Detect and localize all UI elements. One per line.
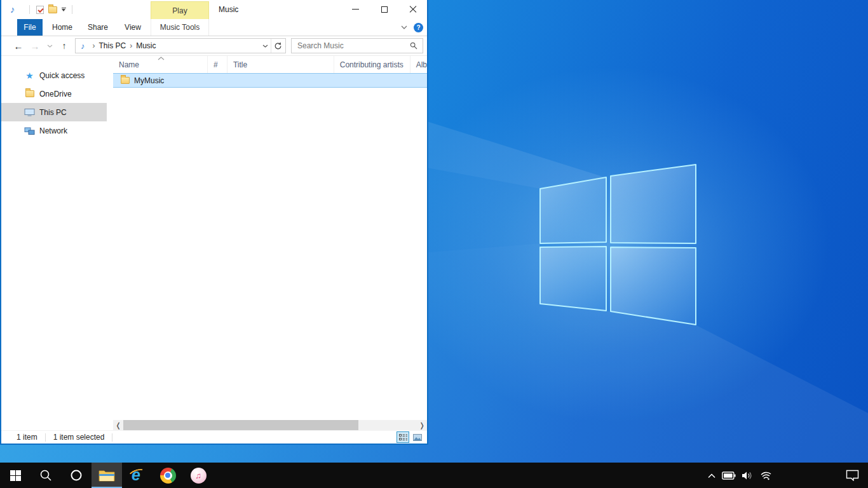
column-header-number[interactable]: #: [208, 56, 227, 73]
status-bar: 1 item 1 item selected: [1, 430, 427, 444]
wifi-icon[interactable]: [760, 470, 773, 480]
minimize-icon: [352, 9, 359, 10]
tab-home[interactable]: Home: [48, 19, 77, 36]
help-button[interactable]: ?: [414, 23, 423, 32]
window-main: ★ Quick access OneDrive This PC: [1, 56, 427, 430]
refresh-icon[interactable]: [274, 42, 282, 50]
tab-file[interactable]: File: [17, 19, 43, 36]
breadcrumb-chevron-icon: ›: [93, 41, 95, 50]
battery-icon[interactable]: [722, 471, 736, 480]
search-input[interactable]: [292, 41, 410, 50]
chevron-more-icon: [62, 8, 66, 11]
sidebar-item-quick-access[interactable]: ★ Quick access: [1, 66, 107, 85]
column-header-contributing-artists[interactable]: Contributing artists: [334, 56, 410, 73]
thumbnail-view-icon: [413, 434, 422, 441]
customize-qat-button[interactable]: [59, 3, 68, 16]
sidebar-item-this-pc[interactable]: This PC: [1, 103, 107, 121]
properties-button[interactable]: [34, 3, 46, 16]
contextual-tab-play[interactable]: Play: [151, 1, 209, 19]
breadcrumb-chevron-icon: ›: [130, 41, 132, 50]
windows-logo-icon: [10, 470, 21, 481]
chrome-icon: [160, 468, 176, 484]
taskbar-chrome-button[interactable]: [153, 463, 183, 488]
folder-icon: [24, 90, 35, 97]
separator: [29, 5, 30, 14]
tab-view[interactable]: View: [119, 19, 147, 36]
navigation-bar: ← → ↑ ♪ › This PC › Music: [1, 36, 427, 56]
recent-locations-button[interactable]: [43, 37, 56, 54]
start-button[interactable]: [0, 463, 31, 488]
caption-buttons: [341, 0, 427, 18]
minimize-button[interactable]: [341, 0, 370, 18]
monitor-icon: [24, 108, 35, 117]
new-folder-button[interactable]: [46, 3, 59, 16]
expand-ribbon-chevron-icon[interactable]: [401, 25, 407, 29]
music-note-icon: ♪: [81, 41, 85, 51]
column-header-name[interactable]: Name: [113, 56, 208, 73]
cortana-button[interactable]: [61, 463, 92, 488]
view-toggle-buttons: [397, 431, 424, 443]
maximize-icon: [381, 6, 388, 13]
details-view-icon: [399, 434, 407, 441]
taskbar-file-explorer-button[interactable]: [92, 463, 122, 488]
ribbon-tabs: File Home Share View Music Tools ?: [1, 19, 427, 36]
separator: [72, 5, 72, 14]
back-button[interactable]: ←: [10, 37, 27, 54]
scroll-left-arrow-icon[interactable]: ❬: [113, 420, 123, 430]
file-explorer-window: ♪ Play Music File Home Share View Music …: [0, 0, 428, 445]
quick-access-toolbar: [20, 3, 76, 17]
close-icon: [409, 6, 417, 13]
properties-check-icon: [36, 6, 44, 14]
taskbar-search-button[interactable]: [31, 463, 61, 488]
action-center-icon: [846, 470, 859, 481]
forward-button[interactable]: →: [27, 37, 43, 54]
column-headers: Name # Title Contributing artists Alb: [113, 56, 427, 73]
scroll-right-arrow-icon[interactable]: ❭: [417, 420, 427, 430]
details-view-button[interactable]: [397, 431, 409, 443]
volume-icon[interactable]: [742, 471, 754, 480]
navigation-pane: ★ Quick access OneDrive This PC: [1, 56, 107, 430]
network-icon: [24, 126, 35, 135]
taskbar-itunes-button[interactable]: ♫: [183, 463, 214, 488]
sidebar-item-network[interactable]: Network: [1, 121, 107, 140]
column-header-album[interactable]: Alb: [410, 56, 427, 73]
tab-music-tools[interactable]: Music Tools: [151, 19, 209, 36]
search-icon: [39, 469, 52, 482]
play-tab-label: Play: [172, 6, 187, 15]
taskbar-internet-explorer-button[interactable]: e: [122, 463, 153, 488]
action-center-button[interactable]: [846, 463, 859, 488]
breadcrumb-this-pc[interactable]: This PC: [99, 41, 126, 50]
cortana-circle-icon: [70, 469, 83, 482]
large-icons-view-button[interactable]: [411, 431, 424, 443]
sidebar-item-onedrive[interactable]: OneDrive: [1, 85, 107, 103]
tab-share[interactable]: Share: [83, 19, 112, 36]
up-button[interactable]: ↑: [56, 37, 72, 54]
file-list: MyMusic: [113, 73, 427, 420]
window-title: Music: [219, 5, 238, 14]
selection-count: 1 item selected: [53, 433, 105, 442]
ribbon-controls: ?: [401, 19, 423, 36]
sort-ascending-icon: [158, 57, 165, 60]
scrollbar-thumb[interactable]: [123, 420, 358, 430]
item-count: 1 item: [17, 433, 37, 442]
file-row-mymusic[interactable]: MyMusic: [113, 73, 427, 88]
address-bar[interactable]: ♪ › This PC › Music: [75, 38, 286, 53]
column-header-title[interactable]: Title: [227, 56, 334, 73]
close-button[interactable]: [398, 0, 427, 18]
maximize-button[interactable]: [370, 0, 398, 18]
taskbar: e ♫: [0, 463, 868, 488]
internet-explorer-icon: e: [128, 467, 146, 484]
star-icon: ★: [24, 71, 35, 80]
breadcrumb-music[interactable]: Music: [136, 41, 156, 50]
search-icon[interactable]: [410, 42, 417, 50]
scrollbar-track[interactable]: [123, 420, 417, 430]
address-bar-controls: [262, 39, 285, 53]
hidden-icons-chevron-icon[interactable]: [707, 473, 716, 478]
file-explorer-icon: [98, 469, 115, 482]
horizontal-scrollbar[interactable]: ❬ ❭: [113, 420, 427, 430]
address-dropdown-chevron-icon[interactable]: [262, 44, 268, 48]
chevron-down-icon: [47, 44, 53, 48]
itunes-icon: ♫: [191, 468, 207, 484]
system-tray: [707, 463, 773, 488]
search-box[interactable]: [291, 38, 423, 53]
